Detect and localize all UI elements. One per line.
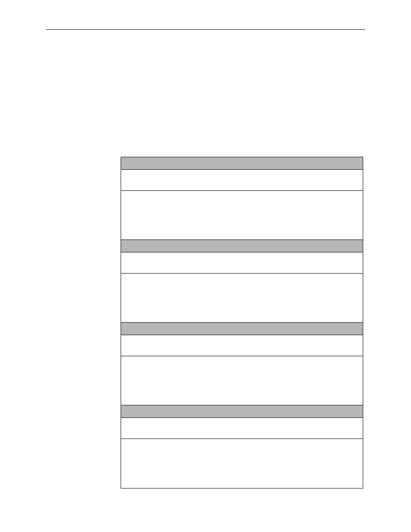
table-header-row bbox=[121, 157, 363, 170]
table-row bbox=[121, 335, 363, 356]
table-row bbox=[121, 191, 363, 240]
table-header-row bbox=[121, 240, 363, 252]
table-row bbox=[121, 356, 363, 405]
horizontal-rule bbox=[46, 29, 365, 30]
table-row bbox=[121, 418, 363, 439]
table-row bbox=[121, 439, 363, 488]
table-header-row bbox=[121, 405, 363, 418]
table-row bbox=[121, 170, 363, 191]
table-row bbox=[121, 252, 363, 274]
data-table bbox=[121, 157, 363, 488]
table-row bbox=[121, 274, 363, 323]
table-header-row bbox=[121, 323, 363, 335]
